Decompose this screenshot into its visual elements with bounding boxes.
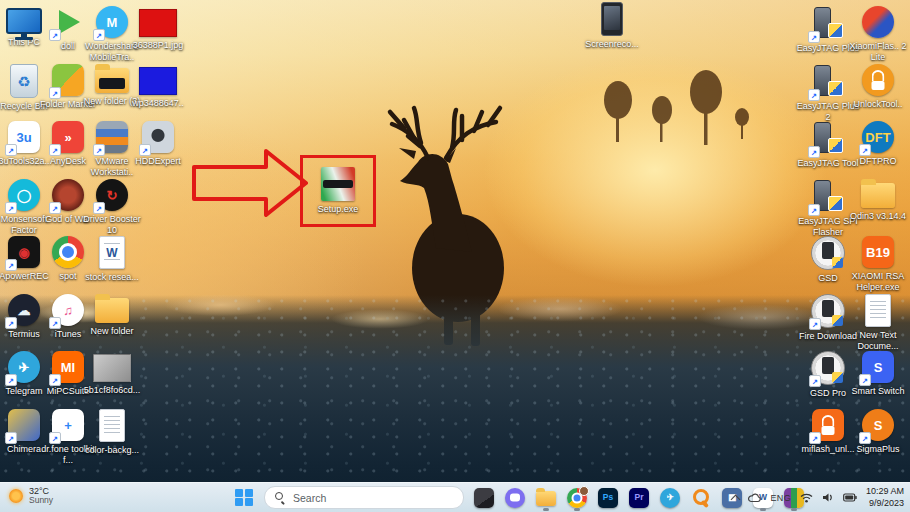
premiere-icon[interactable]: Pr xyxy=(627,485,651,511)
xiaomi-rsa-helper-icon: B19 xyxy=(862,236,894,268)
folder-icon xyxy=(95,68,129,93)
desktop-icon[interactable]: New folder xyxy=(80,294,144,337)
windows-logo-icon xyxy=(235,489,253,507)
desktop-icon-label: Screenreco... xyxy=(580,39,644,50)
smart-switch-icon: S↗ xyxy=(862,351,894,383)
shortcut-arrow-icon: ↗ xyxy=(49,202,61,214)
desktop-icon[interactable]: color-backg... xyxy=(80,409,144,456)
shortcut-arrow-icon: ↗ xyxy=(5,259,17,271)
hddexpert-icon: ↗ xyxy=(142,121,174,153)
shortcut-arrow-icon: ↗ xyxy=(5,374,17,386)
dark-app-icon xyxy=(474,488,494,508)
chat-app-icon[interactable] xyxy=(503,485,527,511)
chat-app-icon xyxy=(505,488,525,508)
sun-icon xyxy=(9,489,23,503)
search-icon xyxy=(275,492,286,503)
taskbar: 32°C Sunny Search PsPr✈▦W ENG xyxy=(0,482,910,512)
onedrive-cloud-icon[interactable] xyxy=(748,487,762,509)
desktop-icon[interactable]: S↗SigmaPlus xyxy=(846,409,910,455)
premiere-icon: Pr xyxy=(629,488,649,508)
desktop-icon-label: XiaomiFlas.. 2 Lite xyxy=(846,41,910,63)
desktop-icon-label: Setup.exe xyxy=(306,204,370,215)
desktop-icon[interactable]: UnlockTool.. xyxy=(846,64,910,110)
sigmaplus-icon: S↗ xyxy=(862,409,894,441)
setup-flag-icon xyxy=(321,167,355,201)
desktop-icon[interactable]: ↻↗Driver Booster 10 xyxy=(80,179,144,236)
desktop-icon[interactable]: B19XIAOMI RSA Helper.exe xyxy=(846,236,910,293)
telegram-icon[interactable]: ✈ xyxy=(658,485,682,511)
wifi-icon[interactable] xyxy=(800,487,813,509)
language-indicator[interactable]: ENG xyxy=(771,487,791,509)
xiaomiflash-icon xyxy=(862,6,894,38)
image-thumbnail-icon xyxy=(139,67,177,95)
search-placeholder: Search xyxy=(293,492,326,504)
easyjtag-icon: ↗ xyxy=(811,179,845,213)
shortcut-arrow-icon: ↗ xyxy=(808,204,820,216)
shortcut-arrow-icon: ↗ xyxy=(93,144,105,156)
desktop-icon[interactable]: Screenreco... xyxy=(580,2,644,50)
shortcut-arrow-icon: ↗ xyxy=(809,375,821,387)
miflash-unlock-icon: ↗ xyxy=(812,409,844,441)
shortcut-arrow-icon: ↗ xyxy=(5,432,17,444)
desktop-icon-label: stock resea... xyxy=(80,272,144,283)
desktop-icon[interactable]: XiaomiFlas.. 2 Lite xyxy=(846,6,910,63)
shortcut-arrow-icon: ↗ xyxy=(859,374,871,386)
vmware-icon: ↗ xyxy=(96,121,128,153)
easyjtag-icon: ↗ xyxy=(811,6,845,40)
gsd-pro-icon: ↗ xyxy=(811,351,845,385)
search-box[interactable]: Search xyxy=(264,486,464,509)
shortcut-arrow-icon: ↗ xyxy=(49,29,61,41)
tray-time: 10:29 AM xyxy=(866,486,904,497)
desktop-icon-label: SigmaPlus xyxy=(846,444,910,455)
dark-app-icon[interactable] xyxy=(472,485,496,511)
volume-icon[interactable] xyxy=(822,487,834,509)
desktop-icon[interactable]: New Text Docume... xyxy=(846,294,910,352)
desktop-icon-label: color-backg... xyxy=(80,445,144,456)
desktop-icon[interactable]: S↗Smart Switch xyxy=(846,351,910,397)
desktop-icon[interactable]: DFT↗DFTPRO xyxy=(846,121,910,167)
recycle-bin-icon: ♻ xyxy=(10,64,38,98)
shortcut-arrow-icon: ↗ xyxy=(93,202,105,214)
file-explorer-icon[interactable] xyxy=(534,485,558,511)
battery-icon[interactable] xyxy=(843,487,857,509)
shortcut-arrow-icon: ↗ xyxy=(5,144,17,156)
desktop-icon-label: 36388P1.jpg xyxy=(126,40,190,51)
shortcut-arrow-icon: ↗ xyxy=(49,87,61,99)
start-button[interactable] xyxy=(232,486,256,510)
file-explorer-icon xyxy=(536,491,556,506)
text-document-icon xyxy=(865,294,891,327)
desktop-icon[interactable]: 5b1cf8fo6cd... xyxy=(80,351,144,396)
shortcut-arrow-icon: ↗ xyxy=(809,318,821,330)
desktop-icon-label: Driver Booster 10 xyxy=(80,214,144,236)
fire-download-icon: ↗ xyxy=(811,294,845,328)
desktop-icon-label: wp3488647.. xyxy=(126,98,190,109)
image-thumbnail-icon xyxy=(139,9,177,37)
document-icon xyxy=(99,409,125,442)
desktop-icon[interactable]: wp3488647.. xyxy=(126,64,190,109)
desktop-icon-label: DFTPRO xyxy=(846,156,910,167)
easyjtag-icon: ↗ xyxy=(811,64,845,98)
image-thumbnail-icon xyxy=(93,354,131,382)
shortcut-arrow-icon: ↗ xyxy=(93,29,105,41)
profile-badge xyxy=(579,486,589,496)
desktop-icon[interactable]: Odin3 v3.14.4 xyxy=(846,179,910,222)
driver-booster-icon: ↻↗ xyxy=(96,179,128,211)
tray-clock[interactable]: 10:29 AM 9/9/2023 xyxy=(866,487,904,509)
chrome-icon[interactable] xyxy=(565,485,589,511)
photoshop-icon[interactable]: Ps xyxy=(596,485,620,511)
shortcut-arrow-icon: ↗ xyxy=(49,144,61,156)
shortcut-arrow-icon: ↗ xyxy=(859,432,871,444)
easyjtag-icon: ↗ xyxy=(811,121,845,155)
desktop-icon[interactable]: Setup.exe xyxy=(306,167,370,215)
search-tool-icon[interactable] xyxy=(689,485,713,511)
shortcut-arrow-icon: ↗ xyxy=(49,374,61,386)
tray-chevron-up-icon[interactable] xyxy=(732,487,739,509)
weather-condition: Sunny xyxy=(29,496,53,506)
desktop-icon-label: XIAOMI RSA Helper.exe xyxy=(846,271,910,293)
desktop-icon[interactable]: ↗HDDExpert xyxy=(126,121,190,167)
folder-icon xyxy=(861,183,895,208)
dftpro-icon: DFT↗ xyxy=(862,121,894,153)
desktop-icon[interactable]: Wstock resea... xyxy=(80,236,144,283)
weather-widget[interactable]: 32°C Sunny xyxy=(9,486,53,506)
desktop-icon[interactable]: 36388P1.jpg xyxy=(126,6,190,51)
